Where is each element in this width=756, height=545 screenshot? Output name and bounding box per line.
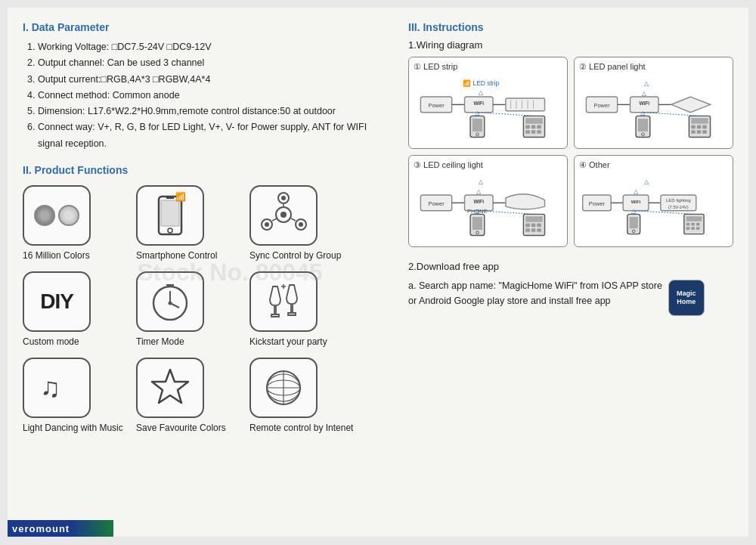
svg-line-15 bbox=[272, 218, 277, 221]
diagram4-svg: △ Power WiFi △ LED lighting (7.5V-24V) bbox=[579, 173, 728, 241]
svg-rect-127 bbox=[696, 227, 700, 230]
star-icon bbox=[147, 365, 193, 410]
func-party: Kickstart your party bbox=[249, 271, 355, 347]
svg-text:Power: Power bbox=[428, 102, 445, 109]
brand-bar: veromount bbox=[8, 520, 113, 537]
svg-text:📶: 📶 bbox=[175, 191, 186, 202]
party-icon-box bbox=[249, 271, 318, 332]
right-column: III. Instructions 1.Wiring diagram ① LED… bbox=[408, 21, 733, 523]
svg-rect-123 bbox=[691, 223, 695, 226]
svg-marker-67 bbox=[671, 97, 711, 113]
clock-icon bbox=[150, 279, 191, 324]
param-6: Connect way: V+, R, G, B for LED Light, … bbox=[38, 119, 393, 152]
svg-rect-74 bbox=[691, 125, 696, 129]
func-favourite: Save Favourite Colors bbox=[136, 358, 242, 433]
diagram1-svg: 📶 LED strip Power WiFi △ bbox=[414, 75, 562, 143]
svg-rect-124 bbox=[696, 223, 700, 226]
svg-text:△: △ bbox=[479, 178, 484, 185]
svg-rect-53 bbox=[537, 125, 541, 129]
svg-rect-75 bbox=[697, 125, 702, 129]
func-music: ♫ Light Dancing with Music bbox=[23, 358, 129, 433]
favourite-icon-box bbox=[136, 358, 204, 418]
svg-line-129 bbox=[636, 211, 694, 215]
music-icon: ♫ bbox=[36, 367, 78, 408]
svg-rect-51 bbox=[525, 125, 530, 129]
svg-text:WiFi: WiFi bbox=[473, 199, 484, 204]
music-icon-box: ♫ bbox=[23, 358, 91, 418]
svg-rect-91 bbox=[472, 217, 482, 230]
colors-label: 16 Million Colors bbox=[23, 250, 90, 261]
svg-point-8 bbox=[281, 196, 286, 200]
func-sync: Sync Control by Group bbox=[249, 185, 355, 261]
func-colors: 16 Million Colors bbox=[23, 185, 129, 261]
svg-point-2 bbox=[168, 228, 172, 233]
music-label: Light Dancing with Music bbox=[23, 423, 123, 433]
svg-text:△: △ bbox=[479, 88, 484, 96]
param-3: Output current:□RGB,4A*3 □RGBW,4A*4 bbox=[38, 72, 393, 88]
colors-icon-box bbox=[23, 185, 91, 246]
favourite-label: Save Favourite Colors bbox=[136, 423, 226, 433]
diagram-led-panel: ② LED panel light △ Power WiFi △ bbox=[574, 57, 733, 149]
svg-rect-117 bbox=[630, 217, 638, 228]
svg-rect-79 bbox=[702, 130, 707, 134]
param-2: Output channel: Can be used 3 channel bbox=[38, 55, 393, 71]
main-page: Stock No. 80045 I. Data Parameter Workin… bbox=[8, 8, 748, 537]
smartphone-label: Smartphone Control bbox=[136, 250, 217, 261]
diagram3-svg: △ Power WiFi △ PHONE bbox=[414, 173, 562, 241]
diagrams-grid: ① LED strip 📶 LED strip Power WiFi △ bbox=[408, 57, 733, 247]
svg-rect-97 bbox=[525, 224, 530, 228]
svg-rect-56 bbox=[537, 130, 541, 134]
download-title: 2.Download free app bbox=[408, 259, 733, 275]
svg-rect-100 bbox=[525, 228, 530, 232]
brand-name: veromount bbox=[12, 523, 70, 534]
svg-rect-102 bbox=[537, 228, 541, 232]
functions-grid: 16 Million Colors 📶 Smar bbox=[23, 185, 393, 433]
section3-title: III. Instructions bbox=[408, 21, 733, 33]
diagram-other: ④ Other △ Power WiFi △ LED lighting (7. bbox=[574, 155, 733, 247]
svg-text:△: △ bbox=[634, 187, 639, 195]
param-1: Working Voltage: □DC7.5-24V □DC9-12V bbox=[38, 39, 393, 55]
diagram-led-strip: ① LED strip 📶 LED strip Power WiFi △ bbox=[408, 57, 568, 149]
svg-rect-54 bbox=[525, 130, 530, 134]
svg-text:Power: Power bbox=[593, 102, 610, 109]
sync-icon-box bbox=[249, 185, 318, 246]
svg-rect-52 bbox=[531, 125, 536, 129]
color-dot-g bbox=[34, 205, 55, 226]
svg-text:WiFi: WiFi bbox=[631, 199, 641, 204]
diagram2-svg: △ Power WiFi △ △ bbox=[579, 75, 728, 143]
colors-icon bbox=[34, 205, 79, 226]
section2-title: II. Product Functions bbox=[23, 164, 393, 176]
svg-text:📶 LED strip: 📶 LED strip bbox=[463, 79, 499, 88]
phone-icon: 📶 bbox=[151, 190, 189, 240]
svg-rect-126 bbox=[691, 227, 695, 230]
svg-rect-96 bbox=[525, 216, 543, 222]
func-remote: Remote control by Intenet bbox=[249, 358, 355, 433]
diagram-led-ceiling: ③ LED ceiling light △ Power WiFi △ bbox=[408, 155, 568, 247]
svg-rect-50 bbox=[525, 118, 543, 124]
svg-text:Power: Power bbox=[589, 200, 606, 207]
svg-rect-98 bbox=[531, 224, 536, 228]
svg-text:△: △ bbox=[644, 79, 649, 87]
color-dot-b bbox=[58, 205, 79, 226]
svg-rect-69 bbox=[638, 119, 648, 132]
svg-text:WiFi: WiFi bbox=[639, 101, 649, 106]
instructions-section: III. Instructions 1.Wiring diagram ① LED… bbox=[408, 21, 733, 316]
diy-label: Custom mode bbox=[23, 336, 79, 347]
svg-rect-76 bbox=[702, 125, 707, 129]
svg-text:WiFi: WiFi bbox=[473, 101, 484, 106]
download-section: 2.Download free app a. Search app name: … bbox=[408, 259, 733, 316]
svg-rect-73 bbox=[691, 118, 708, 124]
svg-marker-25 bbox=[152, 370, 188, 403]
wiring-title: 1.Wiring diagram bbox=[408, 39, 733, 51]
svg-text:△: △ bbox=[476, 187, 482, 195]
diagram3-title: ③ LED ceiling light bbox=[414, 160, 562, 170]
func-smartphone: 📶 Smartphone Control bbox=[136, 185, 242, 261]
svg-line-19 bbox=[170, 303, 179, 308]
svg-text:♫: ♫ bbox=[40, 372, 60, 403]
timer-icon-box bbox=[136, 271, 204, 332]
svg-rect-125 bbox=[686, 227, 690, 230]
download-text-b: or Android Google play store and install… bbox=[408, 293, 662, 308]
svg-rect-78 bbox=[697, 130, 702, 134]
timer-label: Timer Mode bbox=[136, 336, 184, 347]
party-icon bbox=[261, 279, 306, 324]
